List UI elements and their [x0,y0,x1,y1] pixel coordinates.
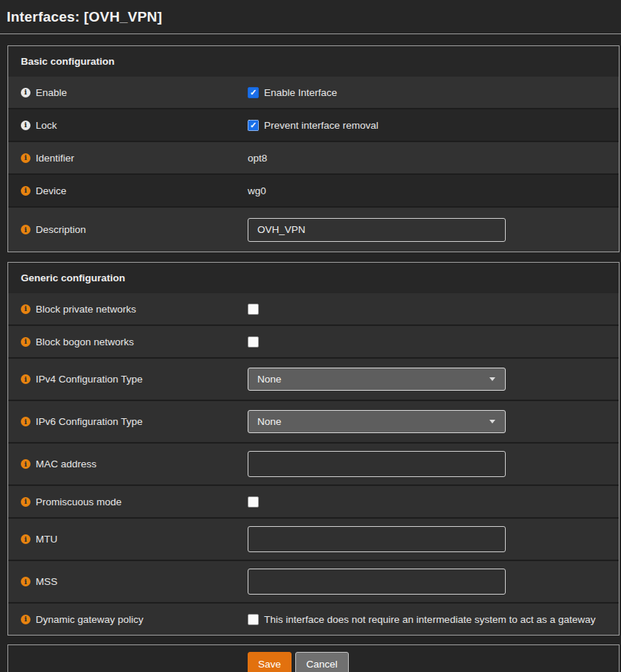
block-private-label: Block private networks [36,304,136,315]
info-icon[interactable] [21,304,30,314]
generic-configuration-panel: Generic configuration Block private netw… [7,262,620,636]
ipv6-config-type-selected-value: None [257,416,281,427]
page-header: Interfaces: [OVH_VPN] [0,0,621,34]
mac-address-input[interactable] [248,451,506,477]
mac-label-col: MAC address [8,458,248,470]
promiscuous-value-col [248,496,259,508]
mss-input[interactable] [248,569,506,595]
mtu-label: MTU [36,534,57,545]
save-button[interactable]: Save [248,652,292,672]
row-mtu: MTU [8,517,619,560]
block-private-label-col: Block private networks [8,304,248,315]
block-private-checkbox[interactable] [248,304,259,315]
info-icon[interactable] [21,337,30,347]
identifier-value-col: opt8 [248,153,267,164]
dynamic-gateway-checkbox-label: This interface does not require an inter… [264,614,596,625]
description-value-col [248,218,506,242]
mtu-label-col: MTU [8,534,248,545]
ipv4-config-type-selected-value: None [257,374,281,385]
lock-label-col: Lock [8,120,248,131]
lock-checkbox-label: Prevent interface removal [264,120,379,131]
row-device: Device wg0 [8,173,619,206]
ipv6-type-label: IPv6 Configuration Type [36,416,143,427]
dynamic-gateway-value-col: This interface does not require an inter… [248,614,596,625]
mtu-value-col [248,526,506,552]
action-panel: Save Cancel [7,644,620,672]
mss-label-col: MSS [8,576,248,587]
lock-value-col: Prevent interface removal [248,120,379,131]
mtu-input[interactable] [248,526,506,552]
identifier-label-col: Identifier [8,153,248,164]
description-label: Description [36,224,86,235]
info-icon[interactable] [21,417,30,426]
row-identifier: Identifier opt8 [8,141,619,173]
generic-configuration-header: Generic configuration [8,263,619,293]
row-lock: Lock Prevent interface removal [8,108,619,141]
info-icon[interactable] [21,186,30,196]
description-input[interactable] [248,218,506,242]
info-icon[interactable] [21,534,30,544]
info-icon[interactable] [21,577,30,586]
enable-value-col: Enable Interface [248,87,337,98]
info-icon[interactable] [21,88,30,97]
block-bogon-checkbox[interactable] [248,336,259,348]
ipv6-type-label-col: IPv6 Configuration Type [8,416,248,427]
mac-value-col [248,451,506,477]
promiscuous-label: Promiscuous mode [36,496,122,508]
device-label-col: Device [8,185,248,196]
info-icon[interactable] [21,459,30,469]
block-private-value-col [248,304,259,315]
row-ipv4-configuration-type: IPv4 Configuration Type None [8,357,619,400]
mss-value-col [248,569,506,595]
info-icon[interactable] [21,121,30,130]
row-enable: Enable Enable Interface [8,77,619,108]
promiscuous-label-col: Promiscuous mode [8,496,248,508]
info-icon[interactable] [21,153,30,163]
promiscuous-mode-checkbox[interactable] [248,496,259,508]
action-buttons: Save Cancel [248,652,349,672]
info-icon[interactable] [21,497,30,507]
ipv4-type-label: IPv4 Configuration Type [36,374,143,385]
ipv4-type-label-col: IPv4 Configuration Type [8,374,248,385]
ipv4-config-type-select[interactable]: None [248,368,506,391]
info-icon[interactable] [21,374,30,384]
block-bogon-label: Block bogon networks [36,336,134,348]
lock-label: Lock [36,120,57,131]
enable-checkbox[interactable] [248,87,259,98]
mss-label: MSS [36,576,57,587]
section-title: Basic configuration [21,56,115,67]
info-icon[interactable] [21,615,30,624]
device-value-col: wg0 [248,185,266,196]
device-value: wg0 [248,185,266,196]
device-label: Device [36,185,66,196]
dynamic-gateway-checkbox[interactable] [248,614,259,625]
row-mac-address: MAC address [8,442,619,484]
row-mss: MSS [8,560,619,602]
enable-label-col: Enable [8,87,248,98]
ipv6-config-type-select[interactable]: None [248,410,506,433]
identifier-value: opt8 [248,153,267,164]
block-bogon-label-col: Block bogon networks [8,336,248,348]
mac-label: MAC address [36,458,97,470]
description-label-col: Description [8,224,248,235]
row-ipv6-configuration-type: IPv6 Configuration Type None [8,400,619,442]
info-icon[interactable] [21,225,30,234]
row-block-private-networks: Block private networks [8,293,619,324]
block-bogon-value-col [248,336,259,348]
basic-configuration-header: Basic configuration [8,46,619,77]
identifier-label: Identifier [36,153,74,164]
dynamic-gateway-label-col: Dynamic gateway policy [8,614,248,625]
row-block-bogon-networks: Block bogon networks [8,324,619,357]
row-dynamic-gateway-policy: Dynamic gateway policy This interface do… [8,602,619,635]
cancel-button[interactable]: Cancel [295,652,349,672]
basic-configuration-panel: Basic configuration Enable Enable Interf… [7,45,620,252]
dynamic-gateway-label: Dynamic gateway policy [36,614,144,625]
enable-label: Enable [36,87,67,98]
ipv4-type-value-col: None [248,368,506,391]
section-title: Generic configuration [21,272,125,284]
enable-checkbox-label: Enable Interface [264,87,337,98]
lock-checkbox[interactable] [248,120,259,131]
ipv6-type-value-col: None [248,410,506,433]
page-title: Interfaces: [OVH_VPN] [7,9,162,25]
row-promiscuous-mode: Promiscuous mode [8,484,619,517]
